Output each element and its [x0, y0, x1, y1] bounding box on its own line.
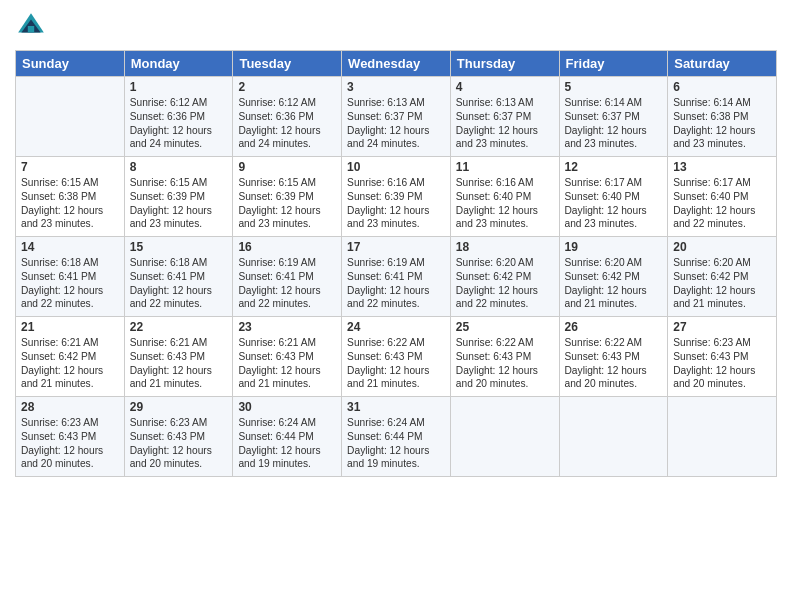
day-info: Sunrise: 6:21 AMSunset: 6:43 PMDaylight:… — [238, 336, 336, 391]
day-number: 30 — [238, 400, 336, 414]
day-number: 19 — [565, 240, 663, 254]
day-info: Sunrise: 6:16 AMSunset: 6:40 PMDaylight:… — [456, 176, 554, 231]
day-info: Sunrise: 6:17 AMSunset: 6:40 PMDaylight:… — [673, 176, 771, 231]
day-info: Sunrise: 6:24 AMSunset: 6:44 PMDaylight:… — [238, 416, 336, 471]
day-info: Sunrise: 6:23 AMSunset: 6:43 PMDaylight:… — [130, 416, 228, 471]
day-info: Sunrise: 6:24 AMSunset: 6:44 PMDaylight:… — [347, 416, 445, 471]
day-number: 6 — [673, 80, 771, 94]
day-info: Sunrise: 6:15 AMSunset: 6:38 PMDaylight:… — [21, 176, 119, 231]
week-row-3: 14Sunrise: 6:18 AMSunset: 6:41 PMDayligh… — [16, 237, 777, 317]
day-cell: 16Sunrise: 6:19 AMSunset: 6:41 PMDayligh… — [233, 237, 342, 317]
day-number: 28 — [21, 400, 119, 414]
weekday-header-sunday: Sunday — [16, 51, 125, 77]
day-number: 3 — [347, 80, 445, 94]
day-cell: 24Sunrise: 6:22 AMSunset: 6:43 PMDayligh… — [342, 317, 451, 397]
day-info: Sunrise: 6:22 AMSunset: 6:43 PMDaylight:… — [347, 336, 445, 391]
day-cell — [16, 77, 125, 157]
day-info: Sunrise: 6:18 AMSunset: 6:41 PMDaylight:… — [130, 256, 228, 311]
day-info: Sunrise: 6:20 AMSunset: 6:42 PMDaylight:… — [565, 256, 663, 311]
week-row-4: 21Sunrise: 6:21 AMSunset: 6:42 PMDayligh… — [16, 317, 777, 397]
day-number: 29 — [130, 400, 228, 414]
day-info: Sunrise: 6:22 AMSunset: 6:43 PMDaylight:… — [565, 336, 663, 391]
day-info: Sunrise: 6:15 AMSunset: 6:39 PMDaylight:… — [130, 176, 228, 231]
day-cell: 2Sunrise: 6:12 AMSunset: 6:36 PMDaylight… — [233, 77, 342, 157]
day-info: Sunrise: 6:15 AMSunset: 6:39 PMDaylight:… — [238, 176, 336, 231]
logo — [15, 10, 51, 42]
day-cell: 8Sunrise: 6:15 AMSunset: 6:39 PMDaylight… — [124, 157, 233, 237]
day-cell: 11Sunrise: 6:16 AMSunset: 6:40 PMDayligh… — [450, 157, 559, 237]
day-number: 11 — [456, 160, 554, 174]
day-number: 13 — [673, 160, 771, 174]
day-cell — [668, 397, 777, 477]
day-cell: 31Sunrise: 6:24 AMSunset: 6:44 PMDayligh… — [342, 397, 451, 477]
day-info: Sunrise: 6:21 AMSunset: 6:43 PMDaylight:… — [130, 336, 228, 391]
logo-icon — [15, 10, 47, 42]
day-cell: 29Sunrise: 6:23 AMSunset: 6:43 PMDayligh… — [124, 397, 233, 477]
day-number: 17 — [347, 240, 445, 254]
page: SundayMondayTuesdayWednesdayThursdayFrid… — [0, 0, 792, 612]
day-number: 14 — [21, 240, 119, 254]
day-number: 26 — [565, 320, 663, 334]
day-number: 24 — [347, 320, 445, 334]
day-cell — [559, 397, 668, 477]
day-cell: 25Sunrise: 6:22 AMSunset: 6:43 PMDayligh… — [450, 317, 559, 397]
day-cell: 15Sunrise: 6:18 AMSunset: 6:41 PMDayligh… — [124, 237, 233, 317]
day-number: 4 — [456, 80, 554, 94]
day-number: 23 — [238, 320, 336, 334]
weekday-header-wednesday: Wednesday — [342, 51, 451, 77]
day-info: Sunrise: 6:20 AMSunset: 6:42 PMDaylight:… — [673, 256, 771, 311]
day-info: Sunrise: 6:14 AMSunset: 6:37 PMDaylight:… — [565, 96, 663, 151]
week-row-2: 7Sunrise: 6:15 AMSunset: 6:38 PMDaylight… — [16, 157, 777, 237]
day-number: 21 — [21, 320, 119, 334]
weekday-header-saturday: Saturday — [668, 51, 777, 77]
day-info: Sunrise: 6:18 AMSunset: 6:41 PMDaylight:… — [21, 256, 119, 311]
day-info: Sunrise: 6:16 AMSunset: 6:39 PMDaylight:… — [347, 176, 445, 231]
week-row-5: 28Sunrise: 6:23 AMSunset: 6:43 PMDayligh… — [16, 397, 777, 477]
day-cell: 18Sunrise: 6:20 AMSunset: 6:42 PMDayligh… — [450, 237, 559, 317]
day-cell: 5Sunrise: 6:14 AMSunset: 6:37 PMDaylight… — [559, 77, 668, 157]
week-row-1: 1Sunrise: 6:12 AMSunset: 6:36 PMDaylight… — [16, 77, 777, 157]
day-cell: 26Sunrise: 6:22 AMSunset: 6:43 PMDayligh… — [559, 317, 668, 397]
day-info: Sunrise: 6:14 AMSunset: 6:38 PMDaylight:… — [673, 96, 771, 151]
day-number: 1 — [130, 80, 228, 94]
day-cell: 1Sunrise: 6:12 AMSunset: 6:36 PMDaylight… — [124, 77, 233, 157]
day-number: 20 — [673, 240, 771, 254]
day-info: Sunrise: 6:23 AMSunset: 6:43 PMDaylight:… — [673, 336, 771, 391]
day-cell: 10Sunrise: 6:16 AMSunset: 6:39 PMDayligh… — [342, 157, 451, 237]
day-number: 10 — [347, 160, 445, 174]
day-number: 5 — [565, 80, 663, 94]
day-info: Sunrise: 6:23 AMSunset: 6:43 PMDaylight:… — [21, 416, 119, 471]
day-cell: 4Sunrise: 6:13 AMSunset: 6:37 PMDaylight… — [450, 77, 559, 157]
day-info: Sunrise: 6:19 AMSunset: 6:41 PMDaylight:… — [238, 256, 336, 311]
day-cell: 22Sunrise: 6:21 AMSunset: 6:43 PMDayligh… — [124, 317, 233, 397]
header-row: SundayMondayTuesdayWednesdayThursdayFrid… — [16, 51, 777, 77]
day-number: 15 — [130, 240, 228, 254]
day-info: Sunrise: 6:20 AMSunset: 6:42 PMDaylight:… — [456, 256, 554, 311]
weekday-header-thursday: Thursday — [450, 51, 559, 77]
day-number: 31 — [347, 400, 445, 414]
day-cell — [450, 397, 559, 477]
header — [15, 10, 777, 42]
svg-rect-2 — [28, 26, 34, 32]
day-number: 25 — [456, 320, 554, 334]
day-cell: 30Sunrise: 6:24 AMSunset: 6:44 PMDayligh… — [233, 397, 342, 477]
day-number: 27 — [673, 320, 771, 334]
day-cell: 3Sunrise: 6:13 AMSunset: 6:37 PMDaylight… — [342, 77, 451, 157]
day-cell: 17Sunrise: 6:19 AMSunset: 6:41 PMDayligh… — [342, 237, 451, 317]
day-cell: 9Sunrise: 6:15 AMSunset: 6:39 PMDaylight… — [233, 157, 342, 237]
day-number: 9 — [238, 160, 336, 174]
day-cell: 14Sunrise: 6:18 AMSunset: 6:41 PMDayligh… — [16, 237, 125, 317]
day-cell: 23Sunrise: 6:21 AMSunset: 6:43 PMDayligh… — [233, 317, 342, 397]
day-cell: 27Sunrise: 6:23 AMSunset: 6:43 PMDayligh… — [668, 317, 777, 397]
weekday-header-tuesday: Tuesday — [233, 51, 342, 77]
day-number: 16 — [238, 240, 336, 254]
day-cell: 6Sunrise: 6:14 AMSunset: 6:38 PMDaylight… — [668, 77, 777, 157]
calendar-table: SundayMondayTuesdayWednesdayThursdayFrid… — [15, 50, 777, 477]
day-info: Sunrise: 6:12 AMSunset: 6:36 PMDaylight:… — [238, 96, 336, 151]
day-cell: 19Sunrise: 6:20 AMSunset: 6:42 PMDayligh… — [559, 237, 668, 317]
day-cell: 13Sunrise: 6:17 AMSunset: 6:40 PMDayligh… — [668, 157, 777, 237]
day-cell: 21Sunrise: 6:21 AMSunset: 6:42 PMDayligh… — [16, 317, 125, 397]
day-cell: 28Sunrise: 6:23 AMSunset: 6:43 PMDayligh… — [16, 397, 125, 477]
day-number: 22 — [130, 320, 228, 334]
day-info: Sunrise: 6:21 AMSunset: 6:42 PMDaylight:… — [21, 336, 119, 391]
